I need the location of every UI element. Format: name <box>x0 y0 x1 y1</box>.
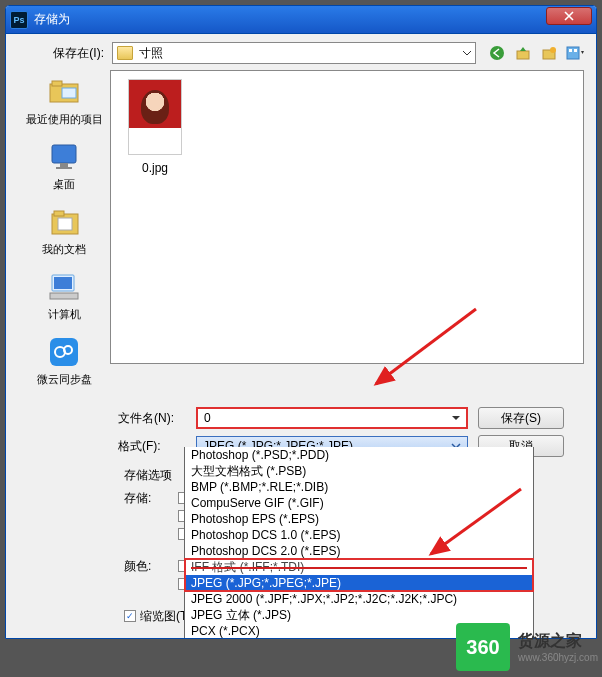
svg-rect-14 <box>54 211 64 216</box>
up-icon[interactable] <box>514 44 532 62</box>
watermark-title: 货源之家 <box>518 631 598 652</box>
sidebar-item-desktop[interactable]: 桌面 <box>21 139 107 192</box>
svg-rect-1 <box>517 51 529 59</box>
viewmenu-icon[interactable] <box>566 44 584 62</box>
format-option[interactable]: Photoshop DCS 1.0 (*.EPS) <box>185 527 533 543</box>
filename-label: 文件名(N): <box>118 410 196 427</box>
format-option[interactable]: BMP (*.BMP;*.RLE;*.DIB) <box>185 479 533 495</box>
weiyun-icon <box>44 334 84 370</box>
svg-rect-15 <box>58 218 72 230</box>
places-sidebar: 最近使用的项目 桌面 我的文档 计算机 微云同步盘 <box>18 70 110 399</box>
svg-rect-5 <box>569 49 572 52</box>
dialog-body: 保存在(I): 寸照 最近使用的项目 桌面 <box>6 34 596 638</box>
color-label: 颜色: <box>124 558 178 594</box>
file-item[interactable]: 0.jpg <box>119 79 191 175</box>
format-option[interactable]: JPEG 立体 (*.JPS) <box>185 607 533 623</box>
save-in-value: 寸照 <box>139 45 463 62</box>
filename-input[interactable]: 0 <box>196 407 468 429</box>
format-option[interactable]: 大型文档格式 (*.PSB) <box>185 463 533 479</box>
watermark-url: www.360hyzj.com <box>518 652 598 663</box>
chevron-down-icon <box>463 49 471 57</box>
format-option[interactable]: Photoshop DCS 2.0 (*.EPS) <box>185 543 533 559</box>
thumbnail-checkbox[interactable]: ✓ <box>124 610 136 622</box>
svg-rect-11 <box>60 163 68 167</box>
store-label: 存储: <box>124 490 178 544</box>
format-option[interactable]: CompuServe GIF (*.GIF) <box>185 495 533 511</box>
chevron-down-icon <box>452 414 460 422</box>
format-option[interactable]: JPEG (*.JPG;*.JPEG;*.JPE) <box>185 575 533 591</box>
format-option[interactable]: IFF 格式 (*.IFF;*.TDI) <box>185 559 533 575</box>
save-in-combo[interactable]: 寸照 <box>112 42 476 64</box>
svg-rect-8 <box>52 81 62 86</box>
format-option[interactable]: Photoshop (*.PSD;*.PDD) <box>185 447 533 463</box>
watermark: 360 货源之家 www.360hyzj.com <box>456 623 598 671</box>
svg-rect-10 <box>52 145 76 163</box>
svg-rect-9 <box>62 88 76 98</box>
newfolder-icon[interactable] <box>540 44 558 62</box>
nav-toolbar <box>488 44 584 62</box>
svg-rect-18 <box>50 293 78 299</box>
save-as-dialog: Ps 存储为 保存在(I): 寸照 最近使用的 <box>5 5 597 639</box>
computer-icon <box>44 269 84 305</box>
sidebar-item-computer[interactable]: 计算机 <box>21 269 107 322</box>
format-dropdown-list[interactable]: Photoshop (*.PSD;*.PDD)大型文档格式 (*.PSB)BMP… <box>184 447 534 639</box>
format-option[interactable]: Photoshop EPS (*.EPS) <box>185 511 533 527</box>
back-icon[interactable] <box>488 44 506 62</box>
file-thumbnail <box>128 79 182 155</box>
sidebar-item-recent[interactable]: 最近使用的项目 <box>21 74 107 127</box>
svg-rect-17 <box>54 277 72 289</box>
sidebar-item-documents[interactable]: 我的文档 <box>21 204 107 257</box>
save-in-label: 保存在(I): <box>18 45 112 62</box>
recent-icon <box>44 74 84 110</box>
close-button[interactable] <box>546 7 592 25</box>
svg-point-3 <box>550 47 556 53</box>
format-option[interactable]: JPEG 2000 (*.JPF;*.JPX;*.JP2;*.J2C;*.J2K… <box>185 591 533 607</box>
watermark-badge: 360 <box>456 623 510 671</box>
dialog-title: 存储为 <box>34 11 546 28</box>
file-name: 0.jpg <box>119 161 191 175</box>
svg-point-0 <box>490 46 504 60</box>
documents-icon <box>44 204 84 240</box>
folder-icon <box>117 46 133 60</box>
svg-rect-4 <box>567 47 579 59</box>
sidebar-item-weiyun[interactable]: 微云同步盘 <box>21 334 107 387</box>
svg-rect-6 <box>574 49 577 52</box>
title-bar[interactable]: Ps 存储为 <box>6 6 596 34</box>
file-list-pane[interactable]: 0.jpg <box>110 70 584 364</box>
photoshop-icon: Ps <box>10 11 28 29</box>
svg-rect-12 <box>56 167 72 169</box>
save-button[interactable]: 保存(S) <box>478 407 564 429</box>
desktop-icon <box>44 139 84 175</box>
